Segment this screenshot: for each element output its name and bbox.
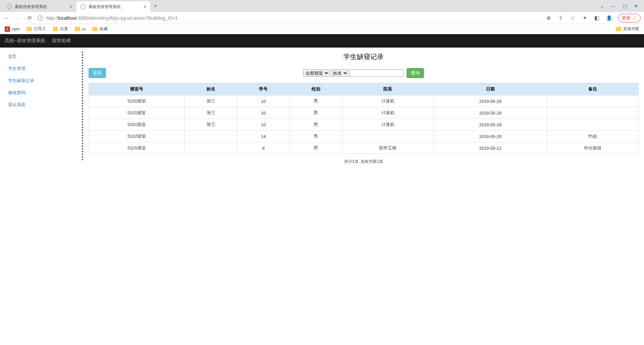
sidebar-item-logout[interactable]: 退出系统 xyxy=(8,102,82,108)
folder-icon xyxy=(53,27,58,31)
cell-dept: 计算机 xyxy=(342,95,434,107)
close-icon[interactable]: × xyxy=(144,4,146,9)
th-dept: 院系 xyxy=(342,83,434,95)
bookmark-rx[interactable]: rx xyxy=(75,27,86,31)
role-label[interactable]: 宿管老师 xyxy=(52,38,71,44)
browser-tab-0[interactable]: ◌ 高校宿舍管理系统 × xyxy=(3,1,76,12)
cell-name: 张三 xyxy=(184,119,237,131)
cell-name: 张三 xyxy=(184,95,237,107)
sidepanel-icon[interactable]: ◧ xyxy=(593,15,600,21)
back-button[interactable]: 返回 xyxy=(89,68,106,78)
cell-sid: 9 xyxy=(237,142,290,154)
chevron-down-icon[interactable]: ⌄ xyxy=(600,4,604,9)
zoom-icon[interactable]: ⊕ xyxy=(545,15,552,21)
sidebar-item-student-manage[interactable]: 学生管理 xyxy=(8,66,82,72)
folder-icon xyxy=(26,27,32,31)
folder-icon xyxy=(616,27,621,31)
cell-date: 2019-05-21 xyxy=(434,142,547,154)
cell-date: 2019-05-26 xyxy=(434,131,547,142)
cell-dept: 计算机 xyxy=(342,119,434,131)
th-dorm: 寝室号 xyxy=(89,83,185,95)
cell-remark xyxy=(547,107,639,119)
browser-tab-1[interactable]: ◌ 高校宿舍管理系统 × xyxy=(76,1,150,12)
extensions-icon[interactable]: ✦ xyxy=(581,15,588,21)
bookmark-npm[interactable]: nnpm xyxy=(5,26,20,32)
cell-date: 2019-05-28 xyxy=(434,119,547,131)
update-button[interactable]: 更新⋮ xyxy=(618,14,641,22)
cell-gender: 男 xyxy=(290,107,342,119)
maximize-icon[interactable]: ▢ xyxy=(623,4,627,9)
folder-icon xyxy=(92,27,98,31)
new-tab-button[interactable]: + xyxy=(150,3,161,10)
cell-gender: 男 xyxy=(290,142,342,154)
cell-date: 2019-05-28 xyxy=(434,107,547,119)
table-row: 5101寝室张三10男计算机2019-05-28 xyxy=(89,95,639,107)
sidebar-item-home[interactable]: 首页 xyxy=(8,54,82,60)
search-input[interactable] xyxy=(350,69,403,77)
bookmark-imported[interactable]: 已导入 xyxy=(26,26,46,32)
cell-dept: 软件工程 xyxy=(342,142,434,154)
records-table: 寝室号 姓名 学号 性别 院系 日期 备注 5101寝室张三10男计算机2019… xyxy=(89,83,639,154)
close-icon[interactable]: × xyxy=(70,4,72,9)
globe-icon: ◌ xyxy=(80,4,86,9)
cell-name xyxy=(184,142,237,154)
reload-icon[interactable]: ⟳ xyxy=(26,15,33,21)
table-row: 5101寝室张三10男计算机2019-05-28 xyxy=(89,119,639,131)
sidebar-item-absence-log[interactable]: 学生缺寝记录 xyxy=(8,78,82,84)
npm-icon: n xyxy=(5,26,10,32)
minimize-icon[interactable]: — xyxy=(611,4,615,9)
table-row: 5101寝室张三10男计算机2019-05-28 xyxy=(89,107,639,119)
forward-icon[interactable]: → xyxy=(15,15,21,21)
table-row: 5101寝室9男软件工程2019-05-21外出旅游 xyxy=(89,142,639,154)
star-icon[interactable]: ☆ xyxy=(569,15,576,21)
th-sid: 学号 xyxy=(237,83,290,95)
field-select[interactable]: 姓名 xyxy=(331,69,348,77)
pager: 共计1页 ,当前为第1页 xyxy=(89,159,639,164)
tab-bar: ◌ 高校宿舍管理系统 × ◌ 高校宿舍管理系统 × + ⌄ — ▢ ✕ xyxy=(0,0,644,12)
cell-sid: 14 xyxy=(237,131,290,142)
cell-dorm: 5101寝室 xyxy=(89,95,185,107)
table-header-row: 寝室号 姓名 学号 性别 院系 日期 备注 xyxy=(89,83,639,95)
back-icon[interactable]: ← xyxy=(3,15,10,21)
search-button[interactable]: 查询 xyxy=(407,68,424,78)
main-content: 学生缺寝记录 返回 全部寝室 姓名 查询 寝室号 姓名 学号 性别 院系 日期 … xyxy=(83,48,644,164)
url-bar[interactable]: i http://localhost:8080/dormitory/MyLogL… xyxy=(38,13,540,23)
nav-bar: ← → ⟳ i http://localhost:8080/dormitory/… xyxy=(0,12,644,24)
folder-icon xyxy=(75,27,80,31)
sidebar-item-change-pwd[interactable]: 修改密码 xyxy=(8,90,82,96)
close-window-icon[interactable]: ✕ xyxy=(634,4,638,9)
browser-chrome: ◌ 高校宿舍管理系统 × ◌ 高校宿舍管理系统 × + ⌄ — ▢ ✕ ← → … xyxy=(0,0,644,34)
cell-name: 张三 xyxy=(184,107,237,119)
th-name: 姓名 xyxy=(184,83,237,95)
profile-icon[interactable]: 👤 xyxy=(605,14,613,22)
cell-remark: 外出旅游 xyxy=(547,142,639,154)
cell-remark xyxy=(547,95,639,107)
table-row: 5102寝室14男2019-05-26约会 xyxy=(89,131,639,142)
bookmark-bar: nnpm 已导入 百度 rx 收藏 其他书签 xyxy=(0,24,644,34)
cell-sid: 10 xyxy=(237,119,290,131)
cell-sid: 10 xyxy=(237,107,290,119)
tab-title: 高校宿舍管理系统 xyxy=(89,4,141,10)
app-body: 首页 学生管理 学生缺寝记录 修改密码 退出系统 学生缺寝记录 返回 全部寝室 … xyxy=(0,48,644,164)
info-icon[interactable]: i xyxy=(38,15,43,21)
cell-gender: 男 xyxy=(290,95,342,107)
cell-gender: 男 xyxy=(290,131,342,142)
th-gender: 性别 xyxy=(290,83,342,95)
bookmark-fav[interactable]: 收藏 xyxy=(92,26,108,32)
cell-dept xyxy=(342,131,434,142)
brand-label[interactable]: 高校--宿舍管理系统 xyxy=(5,38,45,44)
page-title: 学生缺寝记录 xyxy=(89,52,639,61)
kebab-icon: ⋮ xyxy=(633,15,637,20)
share-icon[interactable]: ⇪ xyxy=(557,15,564,21)
nav-right: ⊕ ⇪ ☆ ✦ ◧ 👤 更新⋮ xyxy=(545,14,641,22)
cell-dorm: 5101寝室 xyxy=(89,107,185,119)
app-topbar: 高校--宿舍管理系统 宿管老师 xyxy=(0,34,644,48)
cell-name xyxy=(184,131,237,142)
bookmark-baidu[interactable]: 百度 xyxy=(53,26,68,32)
cell-sid: 10 xyxy=(237,95,290,107)
cell-dorm: 5102寝室 xyxy=(89,131,185,142)
dorm-select[interactable]: 全部寝室 xyxy=(303,69,329,77)
sidebar: 首页 学生管理 学生缺寝记录 修改密码 退出系统 xyxy=(0,48,82,164)
bookmark-other[interactable]: 其他书签 xyxy=(616,26,639,32)
th-date: 日期 xyxy=(434,83,547,95)
